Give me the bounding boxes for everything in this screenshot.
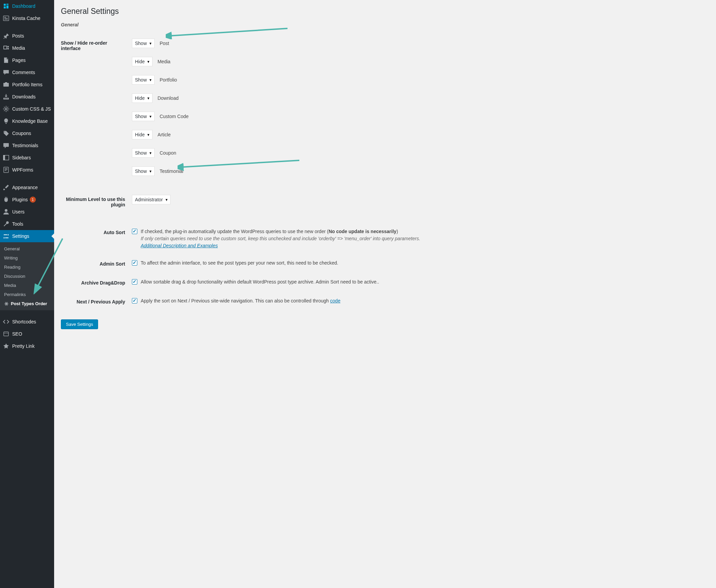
submenu-item-writing[interactable]: Writing	[0, 253, 54, 262]
submenu-item-discussion[interactable]: Discussion	[0, 272, 54, 281]
sidebar-item-label: Sidebars	[12, 154, 31, 161]
auto-sort-checkbox[interactable]	[132, 229, 137, 234]
svg-rect-10	[4, 167, 8, 172]
submenu-item-post-types-order[interactable]: Post Types Order	[0, 299, 54, 308]
submenu-item-label: Writing	[4, 255, 18, 260]
sidebar-item-knowledge-base[interactable]: Knowledge Base	[0, 115, 54, 127]
chevron-down-icon: ▼	[149, 151, 152, 155]
submenu-item-permalinks[interactable]: Permalinks	[0, 290, 54, 299]
sidebar-item-media[interactable]: Media	[0, 42, 54, 54]
sidebar-item-pretty-link[interactable]: Pretty Link	[0, 340, 54, 352]
show-hide-select[interactable]: Hide▼	[132, 57, 153, 66]
comment-icon	[3, 69, 9, 76]
show-hide-select[interactable]: Show▼	[132, 148, 155, 158]
sidebar-item-kinsta-cache[interactable]: Kinsta Cache	[0, 12, 54, 24]
wpforms-icon	[3, 166, 9, 173]
sidebar-item-label: Appearance	[12, 184, 38, 190]
sidebar-item-settings[interactable]: Settings	[0, 230, 54, 242]
show-hide-select[interactable]: Show▼	[132, 112, 155, 121]
submenu-item-reading[interactable]: Reading	[0, 262, 54, 272]
select-value: Show	[135, 114, 147, 119]
submenu-item-general[interactable]: General	[0, 244, 54, 253]
sidebar-item-appearance[interactable]: Appearance	[0, 181, 54, 193]
submenu-item-label: Discussion	[4, 274, 25, 279]
svg-point-6	[5, 108, 7, 110]
sidebar-item-portfolio-items[interactable]: Portfolio Items	[0, 79, 54, 91]
submenu-item-label: General	[4, 246, 20, 251]
min-level-select[interactable]: Administrator ▼	[132, 195, 171, 204]
sidebar-item-comments[interactable]: Comments	[0, 66, 54, 79]
admin-sort-desc: To affect the admin interface, to see th…	[141, 259, 338, 267]
show-hide-select[interactable]: Show▼	[132, 75, 155, 85]
portfolio-icon	[3, 81, 9, 88]
submenu-item-label: Reading	[4, 265, 20, 270]
svg-rect-2	[4, 18, 8, 19]
nextprev-checkbox[interactable]	[132, 298, 137, 303]
page-icon	[3, 57, 9, 64]
post-type-label: Post	[160, 41, 169, 46]
select-value: Show	[135, 41, 147, 46]
brush-icon	[3, 184, 9, 191]
interface-label: Show / Hide re-order interface	[61, 34, 129, 190]
show-hide-select[interactable]: Show▼	[132, 39, 155, 48]
chevron-down-icon: ▼	[149, 42, 152, 45]
show-hide-select[interactable]: Show▼	[132, 166, 155, 176]
admin-sort-checkbox[interactable]	[132, 260, 137, 266]
sidebar-item-custom-css-js[interactable]: Custom CSS & JS	[0, 103, 54, 115]
show-hide-select[interactable]: Hide▼	[132, 93, 153, 103]
sidebar-item-label: Testimonials	[12, 143, 38, 148]
archive-label: Archive Drag&Drop	[61, 273, 129, 292]
auto-sort-link[interactable]: Additional Description and Examples	[141, 243, 218, 248]
sidebar-item-label: Knowledge Base	[12, 118, 48, 124]
sidebar-item-coupons[interactable]: Coupons	[0, 127, 54, 140]
sidebar-item-label: Kinsta Cache	[12, 15, 40, 21]
sidebar-item-dashboard[interactable]: Dashboard	[0, 0, 54, 12]
submenu-item-media[interactable]: Media	[0, 281, 54, 290]
media-icon	[3, 45, 9, 51]
sidebar-item-label: Pretty Link	[12, 343, 35, 349]
chevron-down-icon: ▼	[147, 97, 150, 100]
post-type-row: Hide▼Article	[132, 130, 706, 140]
nextprev-link[interactable]: code	[330, 298, 340, 303]
sidebar-item-label: Comments	[12, 69, 35, 76]
sidebar-item-wpforms[interactable]: WPForms	[0, 164, 54, 176]
svg-rect-16	[4, 332, 8, 336]
settings-submenu: GeneralWritingReadingDiscussionMediaPerm…	[0, 242, 54, 310]
sidebar-item-sidebars[interactable]: Sidebars	[0, 151, 54, 164]
sidebar-item-testimonials[interactable]: Testimonials	[0, 140, 54, 151]
submenu-item-label: Media	[4, 283, 16, 288]
sidebar-item-users[interactable]: Users	[0, 206, 54, 218]
kinsta-icon	[3, 15, 9, 22]
sidebar-item-seo[interactable]: SEO	[0, 328, 54, 340]
bulb-icon	[3, 118, 9, 125]
sidebar-item-posts[interactable]: Posts	[0, 30, 54, 42]
post-type-label: Testimonial	[160, 168, 183, 174]
sidebar-item-downloads[interactable]: Downloads	[0, 91, 54, 103]
tag-icon	[3, 130, 9, 137]
auto-sort-label: Auto Sort	[61, 223, 129, 254]
select-value: Show	[135, 168, 147, 174]
save-settings-button[interactable]: Save Settings	[61, 319, 98, 329]
sidebar-item-label: Plugins	[12, 196, 28, 203]
sidebar-item-label: Coupons	[12, 130, 31, 136]
sidebar-item-shortcodes[interactable]: Shortcodes	[0, 316, 54, 328]
main-content: General Settings General Show / Hide re-…	[54, 0, 716, 588]
post-type-label: Article	[158, 132, 171, 138]
nextprev-label: Next / Previous Apply	[61, 292, 129, 311]
svg-point-11	[5, 209, 7, 212]
star-icon	[3, 343, 9, 350]
seo-icon	[3, 331, 9, 337]
sidebar-item-label: Settings	[12, 233, 29, 239]
chevron-down-icon: ▼	[149, 115, 152, 119]
archive-checkbox[interactable]	[132, 279, 137, 285]
min-level-label: Minimum Level to use this plugin	[61, 190, 129, 214]
svg-rect-4	[3, 83, 9, 87]
show-hide-select[interactable]: Hide▼	[132, 130, 153, 140]
post-type-row: Show▼Portfolio	[132, 75, 706, 85]
chevron-down-icon: ▼	[165, 198, 168, 202]
sidebar-item-pages[interactable]: Pages	[0, 54, 54, 66]
sidebar-item-plugins[interactable]: Plugins1	[0, 193, 54, 206]
auto-sort-desc: If checked, the plug-in automatically up…	[141, 228, 420, 249]
sidebar-item-tools[interactable]: Tools	[0, 218, 54, 230]
chevron-down-icon: ▼	[149, 169, 152, 173]
